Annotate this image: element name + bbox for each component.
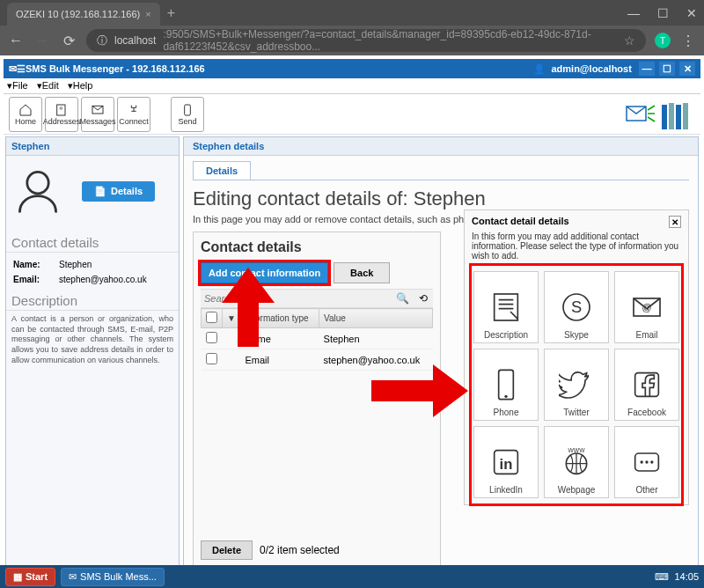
browser-toolbar: ← → ⟳ ⓘ localhost :9505/SMS+Bulk+Messeng… [0, 26, 704, 55]
start-button[interactable]: ▦ Start [5, 568, 55, 586]
detail-panel-title: Contact detail details [472, 216, 569, 228]
row-checkbox[interactable] [206, 332, 217, 343]
selection-count: 0/2 item selected [260, 544, 340, 556]
row-checkbox[interactable] [206, 353, 217, 364]
main-panel-header: Stephen details [184, 137, 698, 156]
back-button[interactable]: Back [334, 262, 390, 283]
refresh-icon[interactable]: ⟲ [414, 292, 433, 305]
user-icon: 👤 [533, 63, 546, 75]
details-button[interactable]: 📄 Details [82, 181, 155, 202]
url-host: localhost [114, 34, 156, 47]
delete-button[interactable]: Delete [201, 540, 253, 560]
menu-help[interactable]: ▾Help [68, 80, 93, 92]
contact-details-heading: Contact details [6, 233, 179, 253]
app-close-icon[interactable]: ✕ [679, 62, 695, 76]
svg-text:S: S [571, 298, 582, 316]
app-titlebar: ✉☰ SMS Bulk Messenger - 192.168.112.166 … [4, 59, 700, 78]
taskbar: ▦ Start ✉ SMS Bulk Mess... ⌨ 14:05 [0, 565, 704, 588]
annotation-arrow-up [222, 268, 275, 347]
svg-point-9 [27, 172, 48, 193]
system-tray: ⌨ 14:05 [655, 571, 699, 583]
type-phone[interactable]: Phone [473, 349, 539, 421]
close-icon[interactable]: × [145, 9, 150, 19]
tab-details[interactable]: Details [193, 161, 251, 180]
contact-details-title: Contact details [201, 239, 433, 255]
browser-tab-strip: OZEKI 10 (192.168.112.166) × + — ☐ ✕ [0, 0, 704, 26]
window-controls: — ☐ ✕ [627, 6, 697, 20]
new-tab-icon[interactable]: + [167, 5, 175, 21]
app-title: SMS Bulk Messenger - 192.168.112.166 [26, 63, 205, 74]
menu-edit[interactable]: ▾Edit [37, 80, 59, 92]
app-icon: ✉☰ [9, 63, 26, 75]
svg-point-25 [650, 460, 653, 463]
messages-button[interactable]: Messages [81, 97, 114, 132]
info-icon: ⓘ [97, 33, 107, 48]
search-icon[interactable]: 🔍 [392, 292, 414, 305]
profile-avatar[interactable]: T [655, 33, 671, 48]
menu-file[interactable]: ▾File [7, 80, 28, 92]
avatar-icon [11, 165, 64, 217]
keyboard-icon[interactable]: ⌨ [655, 571, 669, 583]
app-logo [625, 96, 695, 131]
app-maximize-icon[interactable]: ☐ [659, 62, 675, 76]
svg-rect-15 [499, 370, 514, 399]
browser-tab[interactable]: OZEKI 10 (192.168.112.166) × [7, 3, 160, 26]
detail-panel-desc: In this form you may add additional cont… [472, 232, 681, 261]
contact-details-table: Name:Stephen Email:stephen@yahoo.co.uk [6, 256, 179, 288]
app-user: admin@localhost [551, 63, 631, 74]
send-button[interactable]: Send [171, 97, 204, 132]
type-webpage[interactable]: WWWWebpage [544, 426, 609, 498]
svg-rect-5 [662, 105, 667, 129]
type-grid: Description SSkype @Email Phone Twitter … [472, 266, 681, 503]
svg-rect-8 [683, 103, 688, 129]
description-text: A contact is a person or organization, w… [6, 311, 179, 369]
connect-button[interactable]: Connect [117, 97, 150, 132]
svg-text:WWW: WWW [568, 447, 586, 453]
minimize-icon[interactable]: — [627, 6, 640, 20]
type-linkedin[interactable]: inLinkedIn [473, 426, 539, 498]
tab-strip: Details [193, 161, 689, 180]
main-panel: Stephen details Details Editing contact … [183, 136, 699, 588]
type-twitter[interactable]: Twitter [544, 349, 609, 421]
back-icon[interactable]: ← [7, 33, 25, 48]
type-facebook[interactable]: Facebook [614, 349, 679, 421]
type-description[interactable]: Description [473, 271, 539, 343]
svg-text:in: in [500, 456, 513, 473]
left-panel-header: Stephen [6, 137, 179, 156]
url-path: :9505/SMS+Bulk+Messenger/?a=contact_deta… [163, 28, 617, 53]
type-skype[interactable]: SSkype [544, 271, 609, 343]
select-all-checkbox[interactable] [206, 312, 217, 323]
svg-rect-6 [669, 103, 674, 129]
svg-rect-3 [185, 105, 191, 115]
close-window-icon[interactable]: ✕ [686, 6, 697, 20]
forward-icon[interactable]: → [33, 33, 51, 48]
contact-detail-panel: Contact detail details ✕ In this form yo… [464, 209, 689, 505]
svg-point-24 [645, 460, 648, 463]
description-heading: Description [6, 291, 179, 311]
clock: 14:05 [674, 571, 699, 582]
svg-point-1 [60, 107, 62, 109]
taskbar-item[interactable]: ✉ SMS Bulk Mess... [61, 568, 165, 586]
type-other[interactable]: Other [614, 426, 679, 498]
type-email[interactable]: @Email [614, 271, 679, 343]
svg-text:@: @ [642, 302, 652, 312]
bookmark-icon[interactable]: ☆ [624, 33, 635, 48]
page-title: Editing contact details of: Stephen [193, 187, 689, 210]
addresses-button[interactable]: Addresses [45, 97, 78, 132]
svg-rect-0 [57, 105, 65, 115]
left-panel: Stephen 📄 Details Contact details Name:S… [5, 136, 180, 588]
svg-point-16 [504, 395, 507, 398]
svg-rect-7 [676, 105, 681, 129]
svg-point-23 [641, 460, 643, 463]
annotation-arrow-right [371, 364, 468, 417]
menubar: ▾File ▾Edit ▾Help [4, 78, 700, 94]
toolbar: Home Addresses Messages Connect Send [4, 94, 700, 135]
tab-title: OZEKI 10 (192.168.112.166) [16, 9, 140, 19]
close-icon[interactable]: ✕ [669, 216, 681, 228]
url-input[interactable]: ⓘ localhost :9505/SMS+Bulk+Messenger/?a=… [86, 29, 646, 52]
browser-menu-icon[interactable]: ⋮ [679, 33, 697, 49]
reload-icon[interactable]: ⟳ [60, 33, 77, 49]
app-minimize-icon[interactable]: — [639, 62, 655, 76]
maximize-icon[interactable]: ☐ [657, 6, 669, 20]
home-button[interactable]: Home [9, 97, 42, 132]
